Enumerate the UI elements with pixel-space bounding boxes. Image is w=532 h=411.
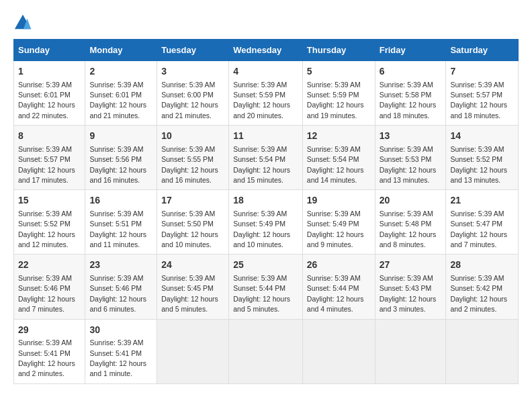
calendar-cell: 19Sunrise: 5:39 AM Sunset: 5:49 PM Dayli… [302,190,375,255]
day-number: 12 [307,130,371,143]
column-header-monday: Monday [85,40,157,61]
day-info: Sunrise: 5:39 AM Sunset: 5:44 PM Dayligh… [233,274,290,313]
day-number: 29 [18,324,81,337]
day-number: 10 [161,130,224,143]
calendar-cell: 21Sunrise: 5:39 AM Sunset: 5:47 PM Dayli… [446,190,519,255]
calendar-cell: 10Sunrise: 5:39 AM Sunset: 5:55 PM Dayli… [157,126,229,190]
column-header-thursday: Thursday [302,40,375,61]
day-number: 7 [450,65,514,79]
day-info: Sunrise: 5:39 AM Sunset: 5:57 PM Dayligh… [18,145,75,184]
calendar-cell: 1Sunrise: 5:39 AM Sunset: 6:01 PM Daylig… [14,61,85,126]
calendar-cell: 15Sunrise: 5:39 AM Sunset: 5:52 PM Dayli… [14,190,85,255]
day-info: Sunrise: 5:39 AM Sunset: 5:44 PM Dayligh… [307,274,364,313]
calendar-cell: 12Sunrise: 5:39 AM Sunset: 5:54 PM Dayli… [302,126,375,190]
day-info: Sunrise: 5:39 AM Sunset: 5:55 PM Dayligh… [161,145,218,184]
day-number: 15 [18,194,81,208]
day-number: 9 [89,130,152,143]
day-info: Sunrise: 5:39 AM Sunset: 6:01 PM Dayligh… [89,81,146,120]
day-number: 5 [307,65,371,79]
day-info: Sunrise: 5:39 AM Sunset: 5:42 PM Dayligh… [450,274,507,313]
day-info: Sunrise: 5:39 AM Sunset: 5:56 PM Dayligh… [89,145,146,184]
calendar-cell: 3Sunrise: 5:39 AM Sunset: 6:00 PM Daylig… [157,61,229,126]
day-info: Sunrise: 5:39 AM Sunset: 5:54 PM Dayligh… [307,145,364,184]
day-number: 30 [89,324,152,337]
calendar-cell: 5Sunrise: 5:39 AM Sunset: 5:59 PM Daylig… [302,61,375,126]
day-number: 3 [161,65,224,79]
day-info: Sunrise: 5:39 AM Sunset: 5:41 PM Dayligh… [18,338,75,377]
week-row-1: 1Sunrise: 5:39 AM Sunset: 6:01 PM Daylig… [14,61,519,126]
day-info: Sunrise: 5:39 AM Sunset: 5:43 PM Dayligh… [380,274,437,313]
calendar-cell: 13Sunrise: 5:39 AM Sunset: 5:53 PM Dayli… [375,126,446,190]
calendar-cell [302,319,375,383]
day-number: 27 [380,259,442,272]
day-number: 17 [161,194,224,208]
calendar-cell [157,319,229,383]
day-number: 6 [380,65,442,79]
calendar-cell: 2Sunrise: 5:39 AM Sunset: 6:01 PM Daylig… [85,61,157,126]
column-header-friday: Friday [375,40,446,61]
calendar-cell: 9Sunrise: 5:39 AM Sunset: 5:56 PM Daylig… [85,126,157,190]
calendar-cell: 30Sunrise: 5:39 AM Sunset: 5:41 PM Dayli… [85,319,157,383]
day-number: 16 [89,194,152,208]
week-row-5: 29Sunrise: 5:39 AM Sunset: 5:41 PM Dayli… [14,319,519,383]
day-info: Sunrise: 5:39 AM Sunset: 5:50 PM Dayligh… [161,210,218,248]
calendar-cell: 20Sunrise: 5:39 AM Sunset: 5:48 PM Dayli… [375,190,446,255]
calendar-cell: 14Sunrise: 5:39 AM Sunset: 5:52 PM Dayli… [446,126,519,190]
day-number: 23 [89,259,152,272]
column-header-saturday: Saturday [446,40,519,61]
calendar-cell [446,319,519,383]
day-number: 14 [450,130,514,143]
calendar-cell [375,319,446,383]
column-header-tuesday: Tuesday [157,40,229,61]
day-number: 13 [380,130,442,143]
calendar-cell: 4Sunrise: 5:39 AM Sunset: 5:59 PM Daylig… [229,61,303,126]
day-number: 24 [161,259,224,272]
day-number: 21 [450,194,514,208]
day-number: 11 [233,130,298,143]
week-row-4: 22Sunrise: 5:39 AM Sunset: 5:46 PM Dayli… [14,255,519,319]
day-info: Sunrise: 5:39 AM Sunset: 6:00 PM Dayligh… [161,81,218,120]
day-number: 8 [18,130,81,143]
day-info: Sunrise: 5:39 AM Sunset: 5:46 PM Dayligh… [18,274,75,313]
calendar-cell: 7Sunrise: 5:39 AM Sunset: 5:57 PM Daylig… [446,61,519,126]
day-info: Sunrise: 5:39 AM Sunset: 5:58 PM Dayligh… [380,81,437,120]
day-info: Sunrise: 5:39 AM Sunset: 6:01 PM Dayligh… [18,81,75,120]
day-info: Sunrise: 5:39 AM Sunset: 5:51 PM Dayligh… [89,210,146,248]
day-number: 1 [18,65,81,79]
day-number: 20 [380,194,442,208]
calendar-cell: 22Sunrise: 5:39 AM Sunset: 5:46 PM Dayli… [14,255,85,319]
day-info: Sunrise: 5:39 AM Sunset: 5:41 PM Dayligh… [89,338,146,377]
day-number: 28 [450,259,514,272]
day-info: Sunrise: 5:39 AM Sunset: 5:47 PM Dayligh… [450,210,507,248]
day-number: 18 [233,194,298,208]
calendar-cell: 25Sunrise: 5:39 AM Sunset: 5:44 PM Dayli… [229,255,303,319]
day-info: Sunrise: 5:39 AM Sunset: 5:54 PM Dayligh… [233,145,290,184]
day-info: Sunrise: 5:39 AM Sunset: 5:52 PM Dayligh… [18,210,75,248]
day-info: Sunrise: 5:39 AM Sunset: 5:49 PM Dayligh… [307,210,364,248]
calendar-table: SundayMondayTuesdayWednesdayThursdayFrid… [13,39,519,384]
calendar-cell: 11Sunrise: 5:39 AM Sunset: 5:54 PM Dayli… [229,126,303,190]
calendar-cell: 8Sunrise: 5:39 AM Sunset: 5:57 PM Daylig… [14,126,85,190]
calendar-cell: 6Sunrise: 5:39 AM Sunset: 5:58 PM Daylig… [375,61,446,126]
calendar-cell: 28Sunrise: 5:39 AM Sunset: 5:42 PM Dayli… [446,255,519,319]
day-info: Sunrise: 5:39 AM Sunset: 5:49 PM Dayligh… [233,210,290,248]
day-number: 25 [233,259,298,272]
calendar-cell [229,319,303,383]
week-row-3: 15Sunrise: 5:39 AM Sunset: 5:52 PM Dayli… [14,190,519,255]
calendar-cell: 16Sunrise: 5:39 AM Sunset: 5:51 PM Dayli… [85,190,157,255]
column-headers: SundayMondayTuesdayWednesdayThursdayFrid… [14,40,519,61]
day-number: 19 [307,194,371,208]
calendar-cell: 17Sunrise: 5:39 AM Sunset: 5:50 PM Dayli… [157,190,229,255]
logo [13,13,35,32]
day-number: 2 [89,65,152,79]
calendar-cell: 26Sunrise: 5:39 AM Sunset: 5:44 PM Dayli… [302,255,375,319]
week-row-2: 8Sunrise: 5:39 AM Sunset: 5:57 PM Daylig… [14,126,519,190]
calendar-cell: 27Sunrise: 5:39 AM Sunset: 5:43 PM Dayli… [375,255,446,319]
column-header-wednesday: Wednesday [229,40,303,61]
column-header-sunday: Sunday [14,40,85,61]
day-info: Sunrise: 5:39 AM Sunset: 5:59 PM Dayligh… [307,81,364,120]
calendar-cell: 29Sunrise: 5:39 AM Sunset: 5:41 PM Dayli… [14,319,85,383]
header [13,13,519,32]
day-info: Sunrise: 5:39 AM Sunset: 5:48 PM Dayligh… [380,210,437,248]
day-number: 4 [233,65,298,79]
